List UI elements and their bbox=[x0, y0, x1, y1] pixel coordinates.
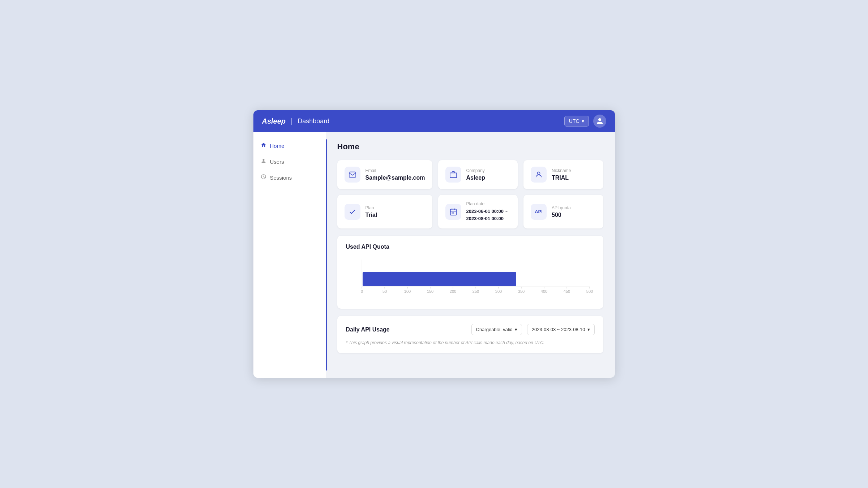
logo-divider: | bbox=[291, 117, 292, 125]
sidebar-home-label: Home bbox=[270, 143, 285, 149]
logo-text: Asleep bbox=[262, 117, 286, 125]
email-content: Email Sample@sample.com bbox=[365, 168, 425, 181]
home-icon bbox=[261, 142, 266, 149]
svg-text:450: 450 bbox=[563, 289, 570, 294]
svg-rect-4 bbox=[450, 209, 456, 215]
svg-point-3 bbox=[537, 172, 540, 175]
chargeable-filter[interactable]: Chargeable: valid ▾ bbox=[471, 324, 522, 335]
date-range-arrow: ▾ bbox=[587, 327, 590, 332]
chargeable-arrow: ▾ bbox=[515, 327, 517, 332]
plan-date-content: Plan date 2023-06-01 00:00 ~ 2023-08-01 … bbox=[466, 201, 508, 222]
user-icon bbox=[596, 117, 603, 125]
nickname-card: Nickname TRIAL bbox=[523, 160, 603, 189]
timezone-arrow: ▾ bbox=[582, 118, 584, 124]
sessions-icon bbox=[261, 174, 266, 181]
sidebar: Home Users Sessions bbox=[253, 132, 326, 378]
plan-date-line1: 2023-06-01 00:00 ~ bbox=[466, 209, 508, 214]
plan-icon bbox=[345, 204, 360, 220]
plan-date-label: Plan date bbox=[466, 201, 508, 206]
users-icon bbox=[261, 158, 266, 165]
plan-content: Plan Trial bbox=[365, 205, 377, 218]
daily-header: Daily API Usage Chargeable: valid ▾ 2023… bbox=[346, 324, 595, 335]
plan-label: Plan bbox=[365, 205, 377, 210]
chart-title: Used API Quota bbox=[346, 244, 595, 250]
sidebar-item-users[interactable]: Users bbox=[253, 154, 326, 170]
company-icon bbox=[445, 167, 461, 183]
email-icon bbox=[345, 167, 360, 183]
logo: Asleep | Dashboard bbox=[262, 117, 330, 125]
svg-text:300: 300 bbox=[495, 289, 501, 294]
nickname-value: TRIAL bbox=[552, 175, 571, 181]
company-card: Company Asleep bbox=[438, 160, 518, 189]
api-quota-label: API quota bbox=[552, 205, 571, 210]
svg-text:500: 500 bbox=[586, 289, 593, 294]
svg-text:150: 150 bbox=[427, 289, 433, 294]
timezone-selector[interactable]: UTC ▾ bbox=[564, 116, 589, 127]
svg-rect-12 bbox=[363, 272, 516, 286]
company-value: Asleep bbox=[466, 175, 485, 181]
page-title: Home bbox=[337, 142, 603, 151]
daily-note: * This graph provides a visual represent… bbox=[346, 340, 595, 345]
nickname-icon bbox=[531, 167, 547, 183]
date-range-selector[interactable]: 2023-08-03 ~ 2023-08-10 ▾ bbox=[527, 324, 595, 335]
main-content: Home Email Sample@sample.com bbox=[326, 132, 615, 378]
svg-text:200: 200 bbox=[449, 289, 456, 294]
calendar-icon bbox=[445, 204, 461, 220]
svg-text:400: 400 bbox=[540, 289, 547, 294]
plan-date-line2: 2023-08-01 00:00 bbox=[466, 216, 504, 221]
plan-date-card: Plan date 2023-06-01 00:00 ~ 2023-08-01 … bbox=[438, 195, 518, 228]
sidebar-sessions-label: Sessions bbox=[270, 175, 292, 181]
plan-card: Plan Trial bbox=[337, 195, 432, 228]
company-content: Company Asleep bbox=[466, 168, 485, 181]
svg-text:250: 250 bbox=[472, 289, 479, 294]
email-label: Email bbox=[365, 168, 425, 173]
company-label: Company bbox=[466, 168, 485, 173]
date-range-value: 2023-08-03 ~ 2023-08-10 bbox=[532, 327, 585, 332]
svg-text:50: 50 bbox=[382, 289, 386, 294]
svg-rect-1 bbox=[450, 173, 456, 177]
api-quota-content: API quota 500 bbox=[552, 205, 571, 218]
sidebar-item-sessions[interactable]: Sessions bbox=[253, 170, 326, 185]
api-quota-card: API API quota 500 bbox=[523, 195, 603, 228]
svg-text:350: 350 bbox=[518, 289, 524, 294]
email-value: Sample@sample.com bbox=[365, 175, 425, 181]
svg-rect-8 bbox=[452, 212, 453, 213]
header-right: UTC ▾ bbox=[564, 115, 606, 128]
info-cards-grid: Email Sample@sample.com Company bbox=[337, 160, 603, 228]
plan-date-value: 2023-06-01 00:00 ~ 2023-08-01 00:00 bbox=[466, 208, 508, 222]
plan-value: Trial bbox=[365, 212, 377, 218]
svg-rect-9 bbox=[453, 212, 454, 213]
svg-text:0: 0 bbox=[360, 289, 363, 294]
header: Asleep | Dashboard UTC ▾ bbox=[253, 110, 615, 132]
chargeable-label: Chargeable: valid bbox=[476, 327, 513, 332]
svg-rect-0 bbox=[349, 172, 355, 177]
email-card: Email Sample@sample.com bbox=[337, 160, 432, 189]
nickname-label: Nickname bbox=[552, 168, 571, 173]
timezone-value: UTC bbox=[569, 118, 580, 124]
quota-chart-svg: 0 50 100 150 200 250 300 350 400 450 500 bbox=[346, 256, 595, 299]
user-avatar[interactable] bbox=[593, 115, 606, 128]
header-title: Dashboard bbox=[298, 117, 329, 125]
daily-title: Daily API Usage bbox=[346, 326, 466, 333]
sidebar-users-label: Users bbox=[270, 159, 284, 165]
nickname-content: Nickname TRIAL bbox=[552, 168, 571, 181]
daily-api-section: Daily API Usage Chargeable: valid ▾ 2023… bbox=[337, 316, 603, 353]
api-quota-chart: Used API Quota 0 50 100 150 200 250 300 … bbox=[337, 236, 603, 309]
app-window: Asleep | Dashboard UTC ▾ Home bbox=[253, 110, 615, 378]
sidebar-item-home[interactable]: Home bbox=[253, 138, 326, 154]
svg-text:100: 100 bbox=[404, 289, 410, 294]
layout: Home Users Sessions Home bbox=[253, 132, 615, 378]
api-icon: API bbox=[531, 204, 547, 220]
api-quota-value: 500 bbox=[552, 212, 571, 218]
